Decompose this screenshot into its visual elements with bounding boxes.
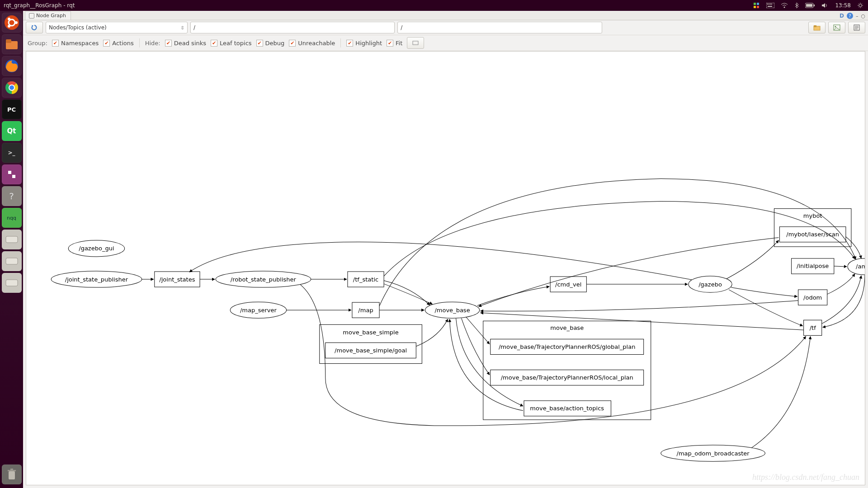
graph-canvas[interactable]: move_base_simple /move_base_simple/goal … [26,51,865,485]
help-icon[interactable]: ? [847,13,853,19]
dock-drive1-icon[interactable] [2,230,22,249]
dock-app1-icon[interactable] [2,164,22,184]
minimize-icon[interactable]: – [856,13,859,19]
svg-text:/tf_static: /tf_static [353,276,378,283]
svg-rect-4 [766,3,774,8]
rqt-window: Node Graph D ? – ○ Nodes/Topics (active)… [23,11,868,488]
svg-point-27 [9,85,14,90]
tab-node-graph[interactable]: Node Graph [25,11,71,20]
system-topbar: rqt_graph__RosGraph - rqt 13:58 [0,0,868,11]
tab-row: Node Graph D ? – ○ [23,11,868,20]
svg-rect-2 [754,6,756,8]
watermark: https://blog.csdn.net/fang_chuan [752,473,859,482]
separator [340,38,341,47]
svg-text:/initialpose: /initialpose [797,263,829,269]
filter-toolbar: Nodes/Topics (active) ⇳ / / [23,20,868,35]
svg-rect-7 [770,4,771,5]
dock-drive3-icon[interactable] [2,273,22,293]
chk-dead-sinks[interactable]: Dead sinks [165,40,206,47]
settings-button[interactable] [407,37,424,49]
tab-label: Node Graph [36,13,66,19]
svg-text:/mybot/laser/scan: /mybot/laser/scan [786,231,839,238]
svg-rect-35 [10,469,13,470]
chk-highlight[interactable]: Highlight [346,40,382,47]
svg-rect-31 [6,258,18,264]
svg-rect-29 [12,175,15,178]
keyboard-icon[interactable] [766,3,774,8]
svg-text:/move_base/TrajectoryPlannerRO: /move_base/TrajectoryPlannerROS/local_pl… [501,374,633,381]
indicator-icon[interactable] [753,2,760,9]
settings-icon [412,41,419,45]
close-icon[interactable]: ○ [861,13,865,19]
dock-trash-icon[interactable] [2,465,22,484]
bluetooth-icon[interactable] [794,2,799,9]
svg-text:/tf: /tf [810,324,816,331]
volume-icon[interactable] [821,2,829,9]
filter-mode-select[interactable]: Nodes/Topics (active) ⇳ [46,22,188,33]
ros-graph: move_base_simple /move_base_simple/goal … [26,52,865,485]
window-title: rqt_graph__RosGraph - rqt [0,2,75,9]
svg-rect-37 [814,25,816,27]
svg-rect-6 [769,4,769,5]
svg-text:/cmd_vel: /cmd_vel [555,281,581,288]
svg-rect-5 [767,4,768,5]
hide-label: Hide: [145,40,160,47]
dot-file-icon [853,24,860,31]
chk-actions[interactable]: Actions [103,40,134,47]
dock-qt-icon[interactable]: Qt [2,121,22,141]
dock-chrome-icon[interactable] [2,78,22,98]
svg-rect-3 [757,6,759,8]
svg-rect-30 [6,236,18,243]
chk-leaf-topics[interactable]: Leaf topics [211,40,252,47]
dock-pycharm-icon[interactable]: PC [2,99,22,119]
svg-text:move_base/action_topics: move_base/action_topics [530,405,604,412]
svg-text:/joint_state_publisher: /joint_state_publisher [65,276,128,283]
chk-unreachable[interactable]: Unreachable [289,40,335,47]
filter-input-1[interactable]: / [190,22,395,33]
svg-rect-28 [8,171,11,174]
clock[interactable]: 13:58 [835,2,851,9]
battery-icon[interactable] [805,3,815,8]
dock-files-icon[interactable] [2,34,22,54]
dock-ubuntu-icon[interactable] [2,13,22,33]
svg-rect-13 [806,4,812,7]
refresh-icon [31,24,38,31]
svg-text:/map: /map [358,307,373,314]
dock-firefox-icon[interactable] [2,56,22,76]
filter-mode-value: Nodes/Topics (active) [49,24,107,31]
svg-text:/move_base/TrajectoryPlannerRO: /move_base/TrajectoryPlannerROS/global_p… [499,343,635,350]
chk-fit[interactable]: Fit [387,40,402,47]
chk-debug[interactable]: Debug [256,40,285,47]
gear-icon[interactable] [857,2,863,9]
dock-help-icon[interactable]: ? [2,186,22,206]
svg-point-17 [15,21,18,24]
svg-text:/robot_state_publisher: /robot_state_publisher [231,276,297,283]
group-label: mybot [803,212,822,219]
svg-rect-12 [814,5,815,6]
svg-point-14 [859,4,862,7]
refresh-button[interactable] [26,22,43,33]
save-dot-button[interactable] [848,22,865,33]
group-label: Group: [28,40,47,47]
open-button[interactable] [808,22,826,33]
filter2-value: / [401,24,402,31]
save-image-button[interactable] [828,22,845,33]
tab-icon [29,13,34,19]
svg-text:/gazebo_gui: /gazebo_gui [79,245,114,252]
filter-input-2[interactable]: / [397,22,602,33]
svg-rect-9 [768,6,772,7]
svg-rect-8 [771,4,772,5]
detach-label[interactable]: D [840,13,844,19]
chk-namespaces[interactable]: Namespaces [52,40,99,47]
svg-rect-0 [754,3,756,5]
group-label: move_base [550,324,584,331]
svg-point-19 [8,25,10,28]
dock-drive2-icon[interactable] [2,251,22,271]
svg-rect-34 [8,470,16,471]
svg-text:/odom: /odom [803,294,822,301]
svg-rect-1 [757,3,759,5]
dock-nqq-icon[interactable]: nqq [2,208,22,228]
wifi-icon[interactable] [781,3,788,8]
dock-terminal-icon[interactable]: >_ [2,143,22,163]
svg-rect-33 [9,471,15,479]
